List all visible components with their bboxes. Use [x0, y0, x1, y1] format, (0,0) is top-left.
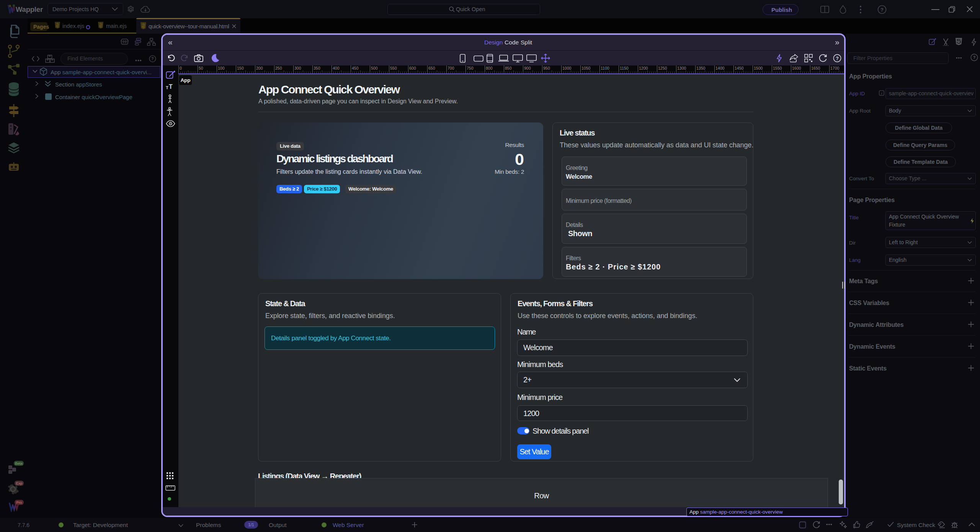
svg-text:i: i: [881, 91, 882, 95]
svg-text:?: ?: [151, 57, 154, 61]
svg-text:?: ?: [836, 56, 839, 61]
svg-text:?: ?: [880, 7, 884, 13]
svg-text:?: ?: [973, 55, 976, 60]
